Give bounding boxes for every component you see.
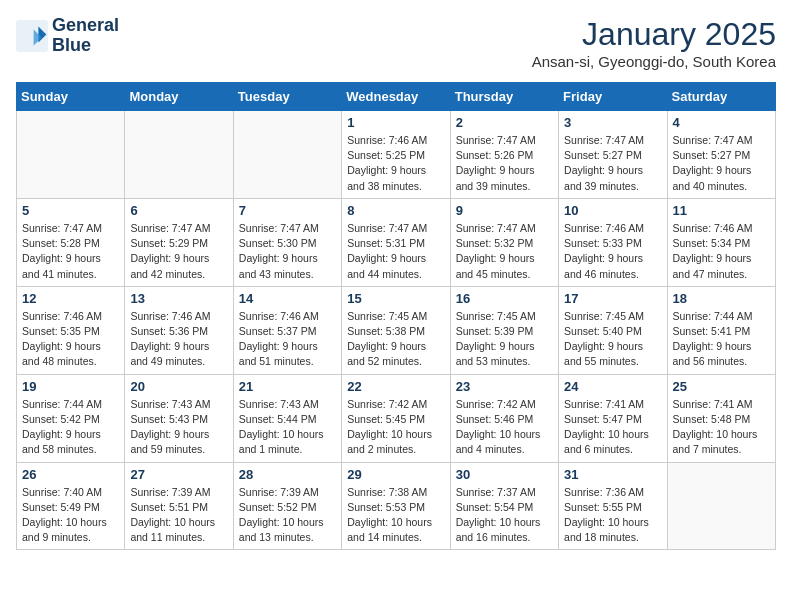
day-number: 18 [673,291,770,306]
calendar-cell: 18Sunrise: 7:44 AM Sunset: 5:41 PM Dayli… [667,286,775,374]
day-info: Sunrise: 7:47 AM Sunset: 5:27 PM Dayligh… [564,133,661,194]
calendar-week-row: 26Sunrise: 7:40 AM Sunset: 5:49 PM Dayli… [17,462,776,550]
day-info: Sunrise: 7:47 AM Sunset: 5:27 PM Dayligh… [673,133,770,194]
calendar-cell: 8Sunrise: 7:47 AM Sunset: 5:31 PM Daylig… [342,198,450,286]
calendar-header-row: SundayMondayTuesdayWednesdayThursdayFrid… [17,83,776,111]
calendar-cell: 16Sunrise: 7:45 AM Sunset: 5:39 PM Dayli… [450,286,558,374]
day-number: 11 [673,203,770,218]
day-info: Sunrise: 7:36 AM Sunset: 5:55 PM Dayligh… [564,485,661,546]
day-info: Sunrise: 7:45 AM Sunset: 5:38 PM Dayligh… [347,309,444,370]
day-of-week-header: Friday [559,83,667,111]
day-info: Sunrise: 7:46 AM Sunset: 5:35 PM Dayligh… [22,309,119,370]
day-of-week-header: Saturday [667,83,775,111]
day-number: 12 [22,291,119,306]
day-info: Sunrise: 7:47 AM Sunset: 5:26 PM Dayligh… [456,133,553,194]
day-number: 2 [456,115,553,130]
calendar-cell: 15Sunrise: 7:45 AM Sunset: 5:38 PM Dayli… [342,286,450,374]
day-info: Sunrise: 7:47 AM Sunset: 5:29 PM Dayligh… [130,221,227,282]
logo-text: General Blue [52,16,119,56]
calendar-cell [17,111,125,199]
day-number: 10 [564,203,661,218]
day-info: Sunrise: 7:37 AM Sunset: 5:54 PM Dayligh… [456,485,553,546]
day-of-week-header: Tuesday [233,83,341,111]
day-number: 15 [347,291,444,306]
day-info: Sunrise: 7:44 AM Sunset: 5:41 PM Dayligh… [673,309,770,370]
day-info: Sunrise: 7:42 AM Sunset: 5:46 PM Dayligh… [456,397,553,458]
calendar-cell: 2Sunrise: 7:47 AM Sunset: 5:26 PM Daylig… [450,111,558,199]
day-number: 30 [456,467,553,482]
day-info: Sunrise: 7:39 AM Sunset: 5:51 PM Dayligh… [130,485,227,546]
day-info: Sunrise: 7:46 AM Sunset: 5:36 PM Dayligh… [130,309,227,370]
calendar-cell: 20Sunrise: 7:43 AM Sunset: 5:43 PM Dayli… [125,374,233,462]
day-number: 29 [347,467,444,482]
title-section: January 2025 Ansan-si, Gyeonggi-do, Sout… [532,16,776,70]
day-number: 21 [239,379,336,394]
day-number: 24 [564,379,661,394]
calendar-cell: 4Sunrise: 7:47 AM Sunset: 5:27 PM Daylig… [667,111,775,199]
calendar-cell: 3Sunrise: 7:47 AM Sunset: 5:27 PM Daylig… [559,111,667,199]
calendar-cell: 29Sunrise: 7:38 AM Sunset: 5:53 PM Dayli… [342,462,450,550]
day-number: 19 [22,379,119,394]
day-info: Sunrise: 7:47 AM Sunset: 5:31 PM Dayligh… [347,221,444,282]
day-number: 3 [564,115,661,130]
day-number: 5 [22,203,119,218]
calendar-cell: 11Sunrise: 7:46 AM Sunset: 5:34 PM Dayli… [667,198,775,286]
day-info: Sunrise: 7:45 AM Sunset: 5:40 PM Dayligh… [564,309,661,370]
calendar-cell: 12Sunrise: 7:46 AM Sunset: 5:35 PM Dayli… [17,286,125,374]
calendar-cell: 6Sunrise: 7:47 AM Sunset: 5:29 PM Daylig… [125,198,233,286]
calendar-cell: 5Sunrise: 7:47 AM Sunset: 5:28 PM Daylig… [17,198,125,286]
calendar-cell: 19Sunrise: 7:44 AM Sunset: 5:42 PM Dayli… [17,374,125,462]
day-info: Sunrise: 7:46 AM Sunset: 5:34 PM Dayligh… [673,221,770,282]
day-number: 28 [239,467,336,482]
calendar-table: SundayMondayTuesdayWednesdayThursdayFrid… [16,82,776,550]
calendar-week-row: 1Sunrise: 7:46 AM Sunset: 5:25 PM Daylig… [17,111,776,199]
calendar-cell: 27Sunrise: 7:39 AM Sunset: 5:51 PM Dayli… [125,462,233,550]
day-info: Sunrise: 7:43 AM Sunset: 5:44 PM Dayligh… [239,397,336,458]
day-info: Sunrise: 7:40 AM Sunset: 5:49 PM Dayligh… [22,485,119,546]
page-header: General Blue January 2025 Ansan-si, Gyeo… [16,16,776,70]
calendar-cell: 17Sunrise: 7:45 AM Sunset: 5:40 PM Dayli… [559,286,667,374]
calendar-cell: 9Sunrise: 7:47 AM Sunset: 5:32 PM Daylig… [450,198,558,286]
calendar-cell [125,111,233,199]
calendar-cell: 1Sunrise: 7:46 AM Sunset: 5:25 PM Daylig… [342,111,450,199]
day-number: 1 [347,115,444,130]
day-info: Sunrise: 7:42 AM Sunset: 5:45 PM Dayligh… [347,397,444,458]
calendar-cell: 13Sunrise: 7:46 AM Sunset: 5:36 PM Dayli… [125,286,233,374]
day-info: Sunrise: 7:46 AM Sunset: 5:33 PM Dayligh… [564,221,661,282]
logo-line1: General [52,16,119,36]
day-number: 22 [347,379,444,394]
calendar-cell: 21Sunrise: 7:43 AM Sunset: 5:44 PM Dayli… [233,374,341,462]
day-number: 8 [347,203,444,218]
day-info: Sunrise: 7:47 AM Sunset: 5:32 PM Dayligh… [456,221,553,282]
day-number: 20 [130,379,227,394]
day-info: Sunrise: 7:47 AM Sunset: 5:28 PM Dayligh… [22,221,119,282]
calendar-cell: 14Sunrise: 7:46 AM Sunset: 5:37 PM Dayli… [233,286,341,374]
calendar-cell: 24Sunrise: 7:41 AM Sunset: 5:47 PM Dayli… [559,374,667,462]
logo-icon [16,20,48,52]
calendar-cell: 26Sunrise: 7:40 AM Sunset: 5:49 PM Dayli… [17,462,125,550]
day-number: 17 [564,291,661,306]
day-of-week-header: Sunday [17,83,125,111]
day-info: Sunrise: 7:47 AM Sunset: 5:30 PM Dayligh… [239,221,336,282]
calendar-cell: 23Sunrise: 7:42 AM Sunset: 5:46 PM Dayli… [450,374,558,462]
day-info: Sunrise: 7:38 AM Sunset: 5:53 PM Dayligh… [347,485,444,546]
calendar-cell [233,111,341,199]
calendar-cell: 28Sunrise: 7:39 AM Sunset: 5:52 PM Dayli… [233,462,341,550]
day-of-week-header: Thursday [450,83,558,111]
day-info: Sunrise: 7:43 AM Sunset: 5:43 PM Dayligh… [130,397,227,458]
day-number: 25 [673,379,770,394]
calendar-cell: 22Sunrise: 7:42 AM Sunset: 5:45 PM Dayli… [342,374,450,462]
calendar-cell: 10Sunrise: 7:46 AM Sunset: 5:33 PM Dayli… [559,198,667,286]
day-info: Sunrise: 7:41 AM Sunset: 5:47 PM Dayligh… [564,397,661,458]
day-number: 26 [22,467,119,482]
calendar-cell: 25Sunrise: 7:41 AM Sunset: 5:48 PM Dayli… [667,374,775,462]
day-of-week-header: Wednesday [342,83,450,111]
day-number: 9 [456,203,553,218]
day-number: 31 [564,467,661,482]
calendar-cell: 31Sunrise: 7:36 AM Sunset: 5:55 PM Dayli… [559,462,667,550]
day-of-week-header: Monday [125,83,233,111]
calendar-week-row: 12Sunrise: 7:46 AM Sunset: 5:35 PM Dayli… [17,286,776,374]
day-info: Sunrise: 7:41 AM Sunset: 5:48 PM Dayligh… [673,397,770,458]
day-info: Sunrise: 7:46 AM Sunset: 5:37 PM Dayligh… [239,309,336,370]
calendar-cell: 30Sunrise: 7:37 AM Sunset: 5:54 PM Dayli… [450,462,558,550]
